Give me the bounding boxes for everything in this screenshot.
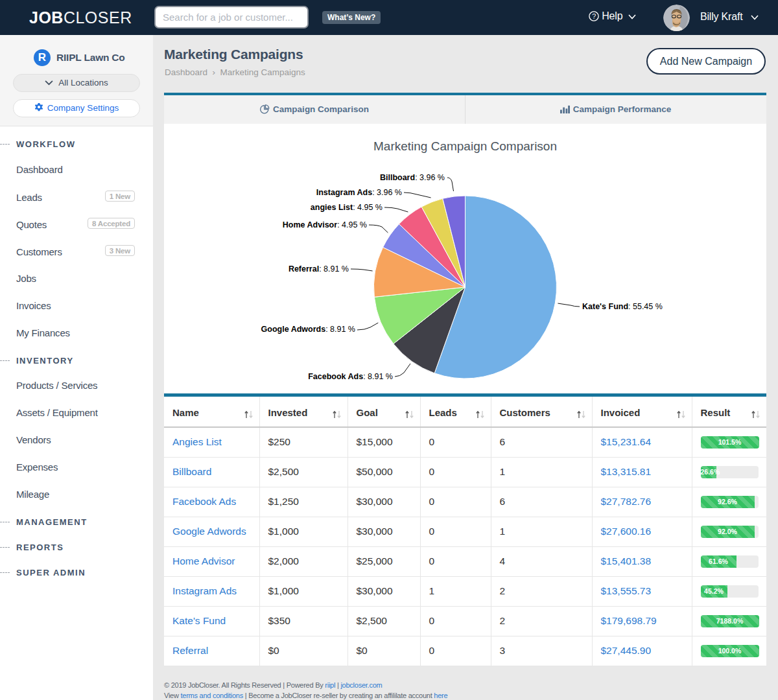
svg-text:Referral: 8.91 %: Referral: 8.91 %: [289, 264, 349, 274]
svg-text:Google Adwords: 8.91 %: Google Adwords: 8.91 %: [261, 325, 355, 334]
svg-text:?: ?: [592, 12, 596, 20]
svg-text:Billboard: 3.96 %: Billboard: 3.96 %: [380, 173, 445, 182]
svg-text:Home Advisor: 4.95 %: Home Advisor: 4.95 %: [283, 220, 367, 229]
svg-text:Facebook Ads: 8.91 %: Facebook Ads: 8.91 %: [308, 372, 393, 381]
svg-text:angies List: 4.95 %: angies List: 4.95 %: [311, 203, 383, 212]
svg-text:Kate's Fund: 55.45 %: Kate's Fund: 55.45 %: [582, 302, 663, 311]
svg-text:Instagram Ads: 3.96 %: Instagram Ads: 3.96 %: [316, 188, 402, 197]
